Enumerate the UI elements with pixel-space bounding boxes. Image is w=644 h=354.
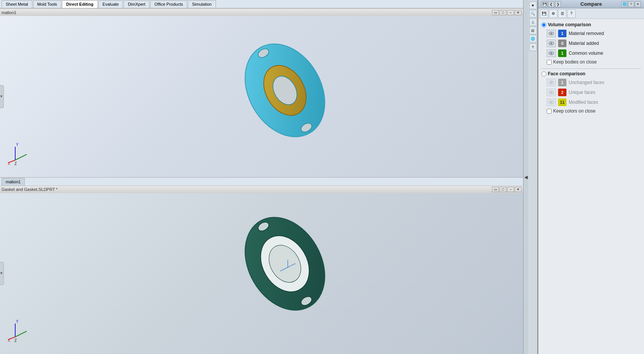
tab-simulation[interactable]: Simulation: [188, 0, 216, 8]
tab-sheet-metal[interactable]: Sheet Metal: [2, 0, 32, 8]
svg-line-8: [15, 154, 27, 160]
svg-text:Z: Z: [14, 338, 17, 343]
main-toolbar: Sheet Metal Mold Tools Direct Editing Ev…: [0, 0, 523, 8]
viewport-top: mation1 ▭ □ – ✕ ►: [0, 8, 523, 177]
material-removed-item: 1 Material removed: [541, 30, 641, 37]
panel-header-left-btns: 💾 ❮ ❯: [541, 1, 561, 7]
modified-faces-badge: 11: [558, 98, 566, 106]
eye-icon-4: [549, 81, 554, 84]
eye-icon-3: [549, 51, 554, 55]
svg-point-28: [550, 33, 552, 34]
st-btn-3[interactable]: ⛲: [529, 18, 537, 26]
keep-colors-checkbox[interactable]: [547, 109, 552, 114]
bottom-tab-mation1[interactable]: mation1: [2, 178, 25, 186]
material-removed-label: Material removed: [569, 31, 604, 36]
keep-bodies-checkbox[interactable]: [547, 60, 552, 65]
face-comparison-radio[interactable]: [541, 71, 546, 76]
unchanged-faces-badge: 1: [558, 79, 566, 86]
left-side-bar-top[interactable]: ►: [0, 85, 4, 108]
unchanged-faces-eye[interactable]: [547, 79, 556, 86]
material-added-label: Material added: [569, 41, 599, 46]
panel-globe-btn[interactable]: 🌐: [621, 1, 627, 7]
keep-bodies-row: Keep bodies on close: [541, 59, 641, 65]
modified-faces-item: 11 Modified faces: [541, 98, 641, 106]
st-btn-1[interactable]: ■: [529, 2, 537, 9]
tab-office-products[interactable]: Office Products: [150, 0, 187, 8]
st-btn-2[interactable]: 🔍: [529, 10, 537, 17]
unique-faces-label: Unique faces: [569, 90, 595, 95]
svg-text:X: X: [8, 162, 10, 166]
tab-dimxpert[interactable]: DimXpert: [124, 0, 149, 8]
pt-options1[interactable]: ⚙: [549, 10, 557, 18]
material-removed-eye[interactable]: [547, 30, 556, 37]
axes-top: Y X Z: [8, 143, 30, 166]
eye-icon-2: [549, 41, 554, 45]
tab-evaluate[interactable]: Evaluate: [98, 0, 123, 8]
panel-close-btn[interactable]: ✕: [635, 1, 641, 7]
svg-point-34: [550, 82, 552, 83]
st-btn-4[interactable]: ▤: [529, 27, 537, 34]
viewport-bottom-minimize[interactable]: –: [507, 187, 514, 192]
panel-toolbar: 💾 ⚙ ☰ ?: [538, 8, 644, 19]
common-volume-eye[interactable]: [547, 49, 556, 57]
svg-point-30: [550, 43, 552, 44]
eye-icon-6: [549, 100, 554, 104]
panel-back-btn[interactable]: ❮: [548, 1, 554, 7]
viewport-top-restore[interactable]: ▭: [492, 10, 499, 15]
material-removed-badge: 1: [558, 30, 566, 37]
viewport-top-controls: ▭ □ – ✕: [492, 10, 522, 15]
svg-text:X: X: [8, 338, 10, 343]
common-volume-item: 1 Common volume: [541, 49, 641, 57]
unchanged-faces-item: 1 Unchanged faces: [541, 79, 641, 86]
panel-save-btn[interactable]: 💾: [541, 1, 547, 7]
pt-options2[interactable]: ☰: [558, 10, 566, 18]
svg-point-38: [550, 102, 552, 103]
panel-help-btn[interactable]: ?: [628, 1, 634, 7]
svg-text:Z: Z: [14, 162, 17, 166]
bottom-tabs: mation1: [0, 177, 523, 186]
st-btn-5[interactable]: 🌐: [529, 35, 537, 43]
unique-faces-badge: 2: [558, 89, 566, 96]
viewport-top-canvas[interactable]: ►: [0, 16, 523, 177]
st-btn-help[interactable]: ?: [529, 43, 537, 51]
viewport-bottom-canvas[interactable]: ►: [0, 193, 523, 354]
volume-comparison-radio[interactable]: [541, 22, 546, 27]
viewport-top-maximize[interactable]: □: [500, 10, 506, 15]
viewport-top-close[interactable]: ✕: [515, 10, 522, 15]
modified-faces-eye[interactable]: [547, 98, 556, 106]
svg-line-23: [15, 331, 27, 337]
viewport-bottom-restore[interactable]: ▭: [492, 187, 499, 192]
tab-direct-editing[interactable]: Direct Editing: [62, 0, 98, 8]
face-comparison-radio-label[interactable]: Face comparison: [541, 71, 641, 76]
panel-forward-btn[interactable]: ❯: [555, 1, 561, 7]
gasket-top-model: [225, 31, 347, 154]
material-added-eye[interactable]: [547, 40, 556, 47]
viewport-bottom-maximize[interactable]: □: [500, 187, 506, 192]
panel-header: 💾 ❮ ❯ Compare 🌐 ? ✕: [538, 0, 644, 8]
left-side-bar-bottom[interactable]: ►: [0, 262, 4, 285]
tab-mold-tools[interactable]: Mold Tools: [33, 0, 61, 8]
viewport-bottom-controls: ▭ □ – ✕: [492, 187, 522, 192]
svg-text:Y: Y: [16, 320, 19, 324]
common-volume-badge: 1: [558, 49, 566, 57]
svg-text:Y: Y: [16, 143, 19, 147]
unique-faces-eye[interactable]: [547, 89, 556, 96]
svg-point-36: [550, 92, 552, 93]
section-divider: [541, 68, 641, 69]
viewports-container: mation1 ▭ □ – ✕ ►: [0, 8, 523, 354]
keep-colors-label[interactable]: Keep colors on close: [553, 108, 595, 114]
viewport-bottom-title: Gasket and Gasket.SLDPRT *: [2, 187, 58, 192]
viewport-bottom-close[interactable]: ✕: [515, 187, 522, 192]
panel-collapse-arrow[interactable]: ◀: [523, 0, 528, 354]
modified-faces-label: Modified faces: [569, 100, 598, 105]
viewport-top-minimize[interactable]: –: [507, 10, 514, 15]
pt-save[interactable]: 💾: [540, 10, 548, 18]
eye-icon-1: [549, 32, 554, 35]
pt-question[interactable]: ?: [567, 10, 576, 18]
volume-comparison-section: Volume comparison 1 Material removed: [541, 22, 641, 65]
keep-bodies-label[interactable]: Keep bodies on close: [553, 59, 597, 65]
side-toolbar: ■ 🔍 ⛲ ▤ 🌐 ?: [528, 0, 538, 354]
eye-icon-5: [549, 90, 554, 94]
volume-comparison-radio-label[interactable]: Volume comparison: [541, 22, 641, 27]
viewport-top-title: mation1: [2, 10, 16, 15]
